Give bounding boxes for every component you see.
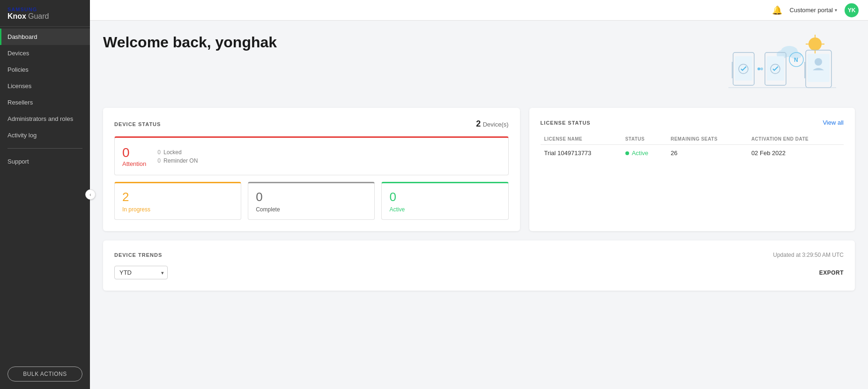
- attention-left: 0 Attention: [122, 145, 146, 167]
- sidebar-item-support[interactable]: Support: [0, 153, 90, 170]
- sidebar-item-licenses[interactable]: Licenses: [0, 78, 90, 94]
- device-trends-title: DEVICE TRENDS: [114, 252, 162, 258]
- active-card: 0 Active: [381, 182, 508, 220]
- in-progress-card: 2 In progress: [114, 182, 241, 220]
- device-count-display: 2 Device(s): [476, 119, 508, 129]
- sidebar-item-administrators-and-roles[interactable]: Administrators and roles: [0, 111, 90, 127]
- customer-portal-button[interactable]: Customer portal ▾: [790, 7, 837, 14]
- logo-knox: Knox: [7, 12, 26, 21]
- status-dot: [625, 151, 629, 155]
- device-trends-card: DEVICE TRENDS Updated at 3:29:50 AM UTC …: [103, 240, 855, 291]
- ytd-select-wrapper: YTD Last 30 days Last 7 days: [114, 266, 168, 279]
- sidebar-item-label: Devices: [7, 50, 29, 57]
- bulk-actions-button[interactable]: BULK ACTIONS: [7, 367, 82, 382]
- svg-rect-17: [808, 54, 830, 82]
- license-table: LICENSE NAME STATUS REMAINING SEATS ACTI…: [541, 134, 844, 161]
- attention-label: Attention: [122, 160, 146, 167]
- topbar: 🔔 Customer portal ▾ YK: [90, 0, 868, 21]
- sidebar-item-policies[interactable]: Policies: [0, 61, 90, 78]
- sidebar-item-label: Dashboard: [7, 33, 37, 40]
- reminder-detail: 0 Reminder ON: [157, 157, 198, 164]
- active-number: 0: [389, 190, 500, 204]
- logo-samsung: SAMSUNG: [7, 7, 82, 12]
- cards-row: DEVICE STATUS 2 Device(s) 0 Attention 0 …: [103, 108, 855, 231]
- status-active: Active: [625, 150, 663, 157]
- sidebar-item-activity-log[interactable]: Activity log: [0, 127, 90, 143]
- welcome-section: Welcome back, yonghak: [103, 34, 855, 95]
- sidebar-item-dashboard[interactable]: Dashboard: [0, 29, 90, 45]
- svg-point-0: [809, 37, 822, 51]
- device-count-label: Device(s): [483, 121, 509, 128]
- license-name-cell: Trial 1049713773: [541, 145, 622, 162]
- svg-rect-12: [767, 56, 784, 81]
- device-status-card: DEVICE STATUS 2 Device(s) 0 Attention 0 …: [103, 108, 520, 231]
- locked-label: Locked: [163, 149, 182, 156]
- license-table-header-row: LICENSE NAME STATUS REMAINING SEATS ACTI…: [541, 134, 844, 145]
- sidebar-item-resellers[interactable]: Resellers: [0, 94, 90, 111]
- sidebar-item-label: Activity log: [7, 132, 37, 139]
- portal-label: Customer portal: [790, 7, 833, 14]
- sidebar-collapse-button[interactable]: ‹: [85, 189, 96, 200]
- sidebar-logo: SAMSUNG Knox Guard: [0, 0, 90, 27]
- activation-end-date-cell: 02 Feb 2022: [748, 145, 844, 162]
- in-progress-number: 2: [122, 190, 233, 204]
- svg-rect-9: [735, 56, 752, 81]
- sidebar-divider: [7, 148, 82, 149]
- sidebar-item-label: Licenses: [7, 82, 31, 90]
- col-status: STATUS: [622, 134, 667, 145]
- reminder-label: Reminder ON: [163, 157, 198, 164]
- portal-dropdown-icon: ▾: [835, 7, 837, 13]
- sidebar-item-label: Administrators and roles: [7, 115, 73, 122]
- svg-point-15: [760, 67, 763, 70]
- device-status-title: DEVICE STATUS: [114, 121, 161, 127]
- device-trends-controls: YTD Last 30 days Last 7 days EXPORT: [114, 266, 844, 279]
- reminder-count: 0: [157, 157, 161, 164]
- welcome-title: Welcome back, yonghak: [103, 34, 277, 51]
- attention-number: 0: [122, 145, 146, 160]
- license-status-title: LICENSE STATUS: [541, 120, 591, 126]
- device-trends-updated: Updated at 3:29:50 AM UTC: [773, 252, 844, 258]
- col-license-name: LICENSE NAME: [541, 134, 622, 145]
- view-all-link[interactable]: View all: [823, 119, 844, 126]
- main-content: Welcome back, yonghak: [90, 21, 868, 389]
- device-status-header: DEVICE STATUS 2 Device(s): [114, 119, 509, 129]
- col-remaining-seats: REMAINING SEATS: [667, 134, 748, 145]
- active-label: Active: [389, 206, 500, 213]
- export-button[interactable]: EXPORT: [819, 269, 844, 276]
- svg-point-14: [757, 67, 760, 70]
- svg-text:N: N: [794, 57, 798, 63]
- license-status-card: LICENSE STATUS View all LICENSE NAME STA…: [529, 108, 855, 231]
- user-avatar[interactable]: YK: [845, 3, 859, 17]
- in-progress-label: In progress: [122, 206, 233, 213]
- status-sub-cards: 2 In progress 0 Complete 0 Active: [114, 182, 509, 220]
- sidebar-item-label: Policies: [7, 66, 29, 73]
- attention-details: 0 Locked 0 Reminder ON: [157, 149, 198, 164]
- sidebar-item-devices[interactable]: Devices: [0, 45, 90, 61]
- locked-detail: 0 Locked: [157, 149, 198, 156]
- device-count-number: 2: [476, 119, 481, 128]
- logo-guard: Guard: [28, 12, 49, 21]
- device-trends-header: DEVICE TRENDS Updated at 3:29:50 AM UTC: [114, 252, 844, 258]
- col-activation-end-date: ACTIVATION END DATE: [748, 134, 844, 145]
- license-status-header: LICENSE STATUS View all: [541, 119, 844, 126]
- complete-card: 0 Complete: [248, 182, 375, 220]
- complete-number: 0: [256, 190, 367, 204]
- sidebar: SAMSUNG Knox Guard Dashboard Devices Pol…: [0, 0, 90, 389]
- svg-point-18: [815, 58, 822, 66]
- status-cell: Active: [622, 145, 667, 162]
- sidebar-nav: Dashboard Devices Policies Licenses Rese…: [0, 27, 90, 359]
- remaining-seats-cell: 26: [667, 145, 748, 162]
- locked-count: 0: [157, 149, 161, 156]
- sidebar-item-label: Support: [7, 158, 29, 165]
- dashboard-illustration: N: [696, 34, 855, 95]
- sidebar-bottom: BULK ACTIONS: [0, 359, 90, 389]
- sidebar-item-label: Resellers: [7, 99, 33, 106]
- ytd-select[interactable]: YTD Last 30 days Last 7 days: [114, 266, 168, 279]
- table-row: Trial 1049713773 Active 26 02 Feb 2022: [541, 145, 844, 162]
- notification-bell-icon[interactable]: 🔔: [772, 5, 782, 15]
- complete-label: Complete: [256, 206, 367, 213]
- attention-box: 0 Attention 0 Locked 0 Reminder ON: [114, 136, 509, 175]
